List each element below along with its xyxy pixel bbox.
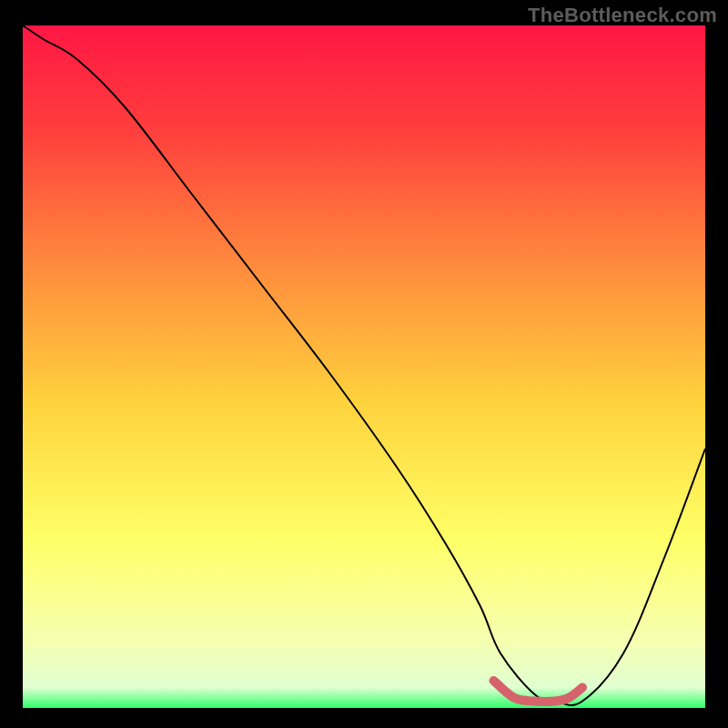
- watermark-text: TheBottleneck.com: [528, 4, 717, 27]
- bottleneck-chart: [23, 25, 705, 708]
- heat-gradient-background: [23, 25, 705, 708]
